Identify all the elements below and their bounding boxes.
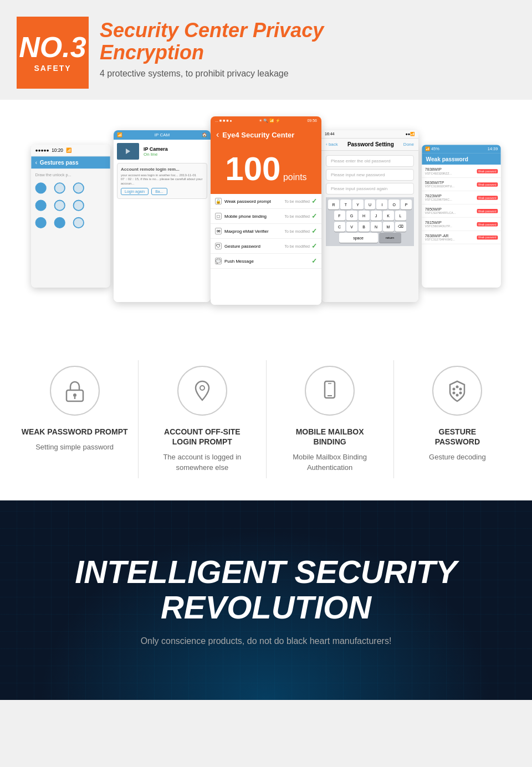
location-icon-svg — [188, 377, 216, 405]
key-row-4: space return — [328, 233, 412, 243]
key-backspace[interactable]: ⌫ — [395, 222, 406, 232]
item-label: Push Message — [224, 259, 254, 264]
key-y[interactable]: Y — [352, 200, 364, 209]
key-v[interactable]: V — [346, 222, 357, 232]
confirm-password-field[interactable]: Please input password again — [326, 183, 414, 195]
list-item: 7815WIP VSTC56034OU7P... Weak password — [422, 218, 501, 231]
key-p[interactable]: P — [401, 200, 412, 209]
weak-badge: Weak password — [477, 182, 498, 186]
key-o[interactable]: O — [388, 200, 400, 209]
pw-name: 7850WIP — [425, 207, 456, 211]
feature-icon-location — [177, 366, 227, 416]
camera-item: IP Camera On line — [117, 143, 207, 160]
key-i[interactable]: I — [376, 200, 387, 209]
key-u[interactable]: U — [365, 200, 376, 209]
gesture-dot — [35, 200, 47, 211]
pw-name: 7823WIP — [425, 194, 452, 198]
feature-icon-lock — [50, 366, 100, 416]
camera-info: IP Camera On line — [144, 146, 168, 157]
lock-icon: 🔒 — [215, 198, 222, 204]
screenshots-section: ●●●●● 10:20 📶 ‹ Gestures pass Draw the u… — [0, 100, 532, 338]
security-item-push: 💬 Push Message ✓ — [211, 254, 321, 269]
bottom-subtitle: Only conscience products, do not do blac… — [141, 636, 392, 646]
pw-name: 7838WIP — [425, 167, 452, 172]
list-item: 7850WIP VSTCS37964FFLCA... Weak password — [422, 204, 501, 218]
key-l[interactable]: L — [395, 211, 406, 221]
phone4-done[interactable]: Done — [403, 142, 414, 147]
key-k[interactable]: K — [383, 211, 394, 221]
key-h[interactable]: H — [359, 211, 370, 221]
gesture-grid — [35, 182, 106, 228]
new-password-field[interactable]: Please input new password — [326, 169, 414, 181]
login-again-button[interactable]: Login again — [121, 188, 149, 195]
security-item-gesture: 🛡 Gesture password To be modified ✓ — [211, 239, 321, 254]
key-r[interactable]: R — [328, 200, 339, 209]
svg-point-9 — [459, 388, 462, 391]
key-g[interactable]: G — [346, 211, 357, 221]
item-label: Mobile phone binding — [224, 214, 267, 219]
gesture-row-2 — [35, 200, 106, 211]
gesture-row-3 — [35, 217, 106, 228]
key-f[interactable]: F — [334, 211, 345, 221]
score-number: 100 — [225, 150, 280, 187]
phone1-nav-title: Gestures pass — [40, 160, 79, 166]
key-j[interactable]: J — [371, 211, 382, 221]
svg-point-8 — [456, 386, 459, 388]
phone4-nav: ‹ back Password Setting Done — [321, 139, 418, 151]
alert-body: your account was login in another loc...… — [121, 173, 203, 185]
svg-point-12 — [459, 392, 462, 395]
feature-icon-mobile — [305, 366, 355, 416]
key-m[interactable]: M — [383, 222, 394, 232]
security-item-email: ✉ Maxprog eMail Verifier To be modified … — [211, 224, 321, 239]
key-t[interactable]: T — [340, 200, 351, 209]
phone2-status: 📶 IP CAM 🏠 — [114, 130, 211, 140]
security-item-mobile: □ Mobile phone binding To be modified ✓ — [211, 209, 321, 224]
feature-1-title: WEAK PASSWORD PROMPT — [22, 427, 128, 437]
key-c[interactable]: C — [334, 222, 345, 232]
key-n[interactable]: N — [371, 222, 382, 232]
phone4-body: Please enter the old password Please inp… — [321, 151, 418, 302]
svg-point-10 — [453, 392, 456, 395]
status-time: 09:56 — [307, 119, 317, 123]
key-row-1: R T Y U I O P — [328, 200, 412, 209]
svg-point-7 — [453, 388, 456, 391]
pw-name: 7815WIP — [425, 220, 452, 224]
check-icon: ✓ — [311, 197, 317, 205]
score-label: points — [283, 172, 307, 182]
feature-4-desc: Gesture decoding — [429, 452, 486, 462]
key-b[interactable]: B — [359, 222, 370, 232]
lock-icon-svg — [61, 377, 89, 405]
key-space[interactable]: space — [339, 233, 378, 243]
list-item: 7838WIP VSTC492320RZZ... Weak password — [422, 165, 501, 178]
phone4-title: Password Setting — [347, 141, 394, 147]
pw-sub: VSTC312967SKC... — [425, 198, 452, 202]
gesture-dot — [73, 217, 84, 228]
key-return[interactable]: return — [379, 233, 401, 243]
old-password-field[interactable]: Please enter the old password — [326, 155, 414, 167]
check-icon: ✓ — [311, 257, 317, 265]
check-icon: ✓ — [311, 242, 317, 250]
phone-gesture: ●●●●● 10:20 📶 ‹ Gestures pass Draw the u… — [31, 145, 110, 288]
gesture-dot — [35, 217, 47, 228]
features-section: WEAK PASSWORD PROMPT Setting simple pass… — [0, 338, 532, 500]
pw-sub: VSTC313632ORTU... — [425, 185, 454, 188]
list-item: 7838WIP-AR VSTC312704FKWG... Weak passwo… — [422, 231, 501, 244]
back-icon: ‹ — [216, 130, 219, 140]
bottom-banner: INTELLIGENT SECURITY REVOLUTION Only con… — [0, 500, 532, 700]
gesture-row-1 — [35, 182, 106, 193]
phone-ipcam: 📶 IP CAM 🏠 IP Camera On line Account rem… — [114, 130, 211, 302]
list-item: 5836WITP VSTC313632ORTU... Weak password — [422, 178, 501, 191]
weak-badge: Weak password — [477, 196, 498, 200]
feature-4-title: GESTUREPASSWORD — [435, 427, 480, 447]
back-button[interactable]: Ba... — [151, 188, 167, 195]
feature-3-title: MOBILE MAILBOXBINDING — [296, 427, 364, 447]
phone1-nav: ‹ Gestures pass — [31, 156, 110, 168]
feature-2-title: ACCOUNT OFF-SITELOGIN PROMPT — [164, 427, 241, 447]
gesture-dot — [73, 182, 84, 193]
pw-sub: VSTC312704FKWG... — [425, 238, 455, 242]
pw-sub: VSTC492320RZZ... — [425, 172, 452, 175]
pw-sub: VSTC56034OU7P... — [425, 225, 452, 228]
status-left: ... ■ ■ ■ ● — [215, 119, 232, 123]
phone1-status-bar: ●●●●● 10:20 📶 — [31, 145, 110, 156]
shield-icon: 🛡 — [215, 243, 222, 249]
